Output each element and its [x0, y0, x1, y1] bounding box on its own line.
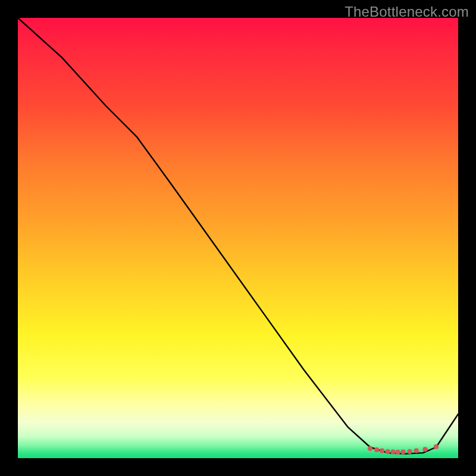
chart-frame: TheBottleneck.com	[0, 0, 476, 476]
trough-marker	[368, 446, 372, 451]
trough-marker	[374, 447, 379, 452]
trough-marker	[414, 448, 419, 453]
trough-marker	[380, 448, 384, 453]
plot-area	[18, 18, 458, 458]
trough-marker	[386, 449, 390, 454]
trough-marker	[434, 444, 439, 449]
trough-marker	[423, 447, 428, 452]
trough-marker-group	[368, 444, 439, 455]
trough-marker	[408, 449, 412, 454]
bottleneck-curve-line	[18, 18, 458, 454]
trough-marker	[391, 450, 396, 455]
trough-marker	[396, 450, 400, 455]
trough-marker	[401, 450, 406, 455]
chart-svg	[18, 18, 458, 458]
